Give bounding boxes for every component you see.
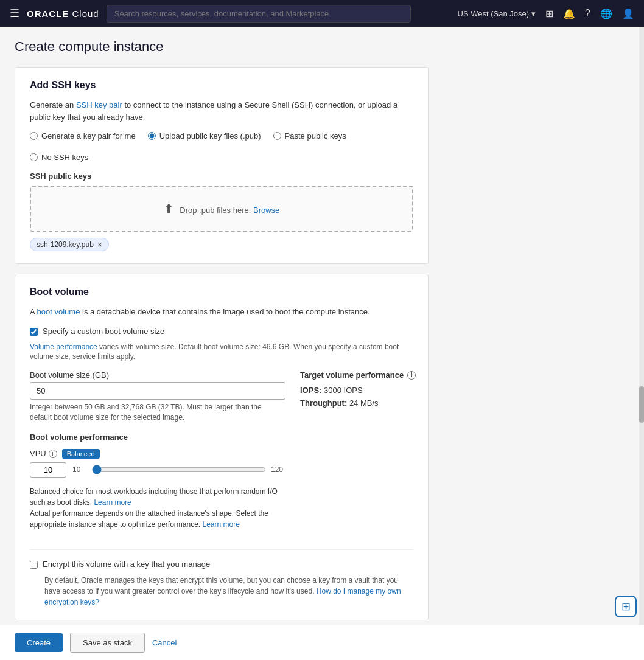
custom-size-checkbox[interactable] [30, 328, 38, 336]
ssh-keys-card: Add SSH keys Generate an SSH key pair to… [15, 67, 429, 264]
user-icon[interactable]: 👤 [622, 8, 634, 19]
oracle-logo: ORACLE Cloud [27, 9, 99, 19]
encrypt-description: By default, Oracle manages the keys that… [44, 575, 413, 608]
slider-min-label: 10 [72, 465, 87, 474]
boot-volume-description: A boot volume is a detachable device tha… [30, 306, 413, 318]
boot-volume-size-input[interactable] [30, 382, 285, 400]
upload-cloud-icon: ⬆ [164, 202, 174, 215]
boot-volume-card: Boot volume A boot volume is a detachabl… [15, 274, 429, 620]
vpu-slider[interactable] [92, 465, 266, 474]
radio-generate-key-input[interactable] [30, 132, 38, 140]
top-navigation: ☰ ORACLE Cloud US West (San Jose) ▾ ⊞ 🔔 … [0, 0, 644, 27]
help-widget[interactable]: ⊞ [615, 596, 637, 617]
radio-upload-key[interactable]: Upload public key files (.pub) [148, 131, 261, 141]
learn-more-1-link[interactable]: Learn more [94, 498, 131, 507]
nav-right: US West (San Jose) ▾ ⊞ 🔔 ? 🌐 👤 [458, 8, 634, 19]
create-button[interactable]: Create [15, 633, 63, 652]
encrypt-section: Encrypt this volume with a key that you … [30, 549, 413, 608]
browse-link[interactable]: Browse [253, 206, 279, 215]
ssh-public-keys-label: SSH public keys [30, 172, 413, 181]
volume-performance-note: Volume performance varies with volume si… [30, 342, 413, 363]
globe-icon[interactable]: 🌐 [600, 8, 612, 19]
vpu-info-icon[interactable]: i [49, 450, 57, 458]
boot-volume-size-note: Integer between 50 GB and 32,768 GB (32 … [30, 402, 285, 423]
ssh-radio-group: Generate a key pair for me Upload public… [30, 131, 413, 162]
help-widget-icon: ⊞ [621, 600, 631, 613]
bell-icon[interactable]: 🔔 [563, 8, 575, 19]
boot-volume-performance-label: Boot volume performance [30, 432, 285, 442]
help-icon[interactable]: ? [585, 8, 590, 19]
region-selector[interactable]: US West (San Jose) ▾ [458, 9, 536, 18]
volume-performance-link[interactable]: Volume performance [30, 342, 97, 351]
action-bar: Create Save as stack Cancel [0, 625, 644, 660]
perf-right: Target volume performance i IOPS: 3000 I… [300, 370, 422, 540]
encrypt-row: Encrypt this volume with a key that you … [30, 560, 413, 569]
slider-row: 10 120 [30, 462, 285, 478]
radio-paste-key-input[interactable] [273, 132, 281, 140]
slider-max-label: 120 [271, 465, 285, 474]
search-input[interactable] [107, 5, 411, 23]
boot-volume-performance-group: Boot volume performance VPU i Balanced 1… [30, 432, 285, 530]
scrollbar-track [639, 27, 644, 626]
learn-more-2-link[interactable]: Learn more [203, 520, 240, 529]
radio-paste-key[interactable]: Paste public keys [273, 131, 346, 141]
perf-left: Boot volume size (GB) Integer between 50… [30, 370, 285, 540]
boot-volume-size-group: Boot volume size (GB) Integer between 50… [30, 370, 285, 423]
remove-file-icon[interactable]: × [97, 240, 102, 249]
vpu-label: VPU i [30, 449, 57, 458]
drop-zone[interactable]: ⬆ Drop .pub files here. Browse [30, 186, 413, 232]
file-tag: ssh-1209.key.pub × [30, 238, 109, 251]
iops-stat: IOPS: 3000 IOPS [300, 386, 422, 395]
radio-no-key-input[interactable] [30, 153, 38, 161]
vpu-input[interactable] [30, 462, 66, 478]
slider-container: 10 120 [72, 465, 285, 474]
scrollbar-thumb[interactable] [639, 386, 644, 423]
target-perf-info-icon[interactable]: i [407, 371, 416, 380]
hamburger-menu-icon[interactable]: ☰ [10, 7, 19, 20]
balanced-badge: Balanced [62, 449, 100, 459]
ssh-key-pair-link[interactable]: SSH key pair [76, 100, 122, 109]
chevron-down-icon: ▾ [531, 9, 536, 18]
target-perf-title: Target volume performance i [300, 370, 422, 380]
page-title: Create compute instance [15, 39, 629, 55]
throughput-stat: Throughput: 24 MB/s [300, 398, 422, 408]
vpu-row: VPU i Balanced [30, 449, 285, 459]
radio-upload-key-input[interactable] [148, 132, 156, 140]
boot-volume-title: Boot volume [30, 287, 413, 297]
radio-no-key[interactable]: No SSH keys [30, 153, 88, 162]
save-as-stack-button[interactable]: Save as stack [70, 633, 145, 653]
perf-notes: Balanced choice for most workloads inclu… [30, 486, 285, 530]
boot-volume-link[interactable]: boot volume [37, 307, 80, 316]
custom-size-row: Specify a custom boot volume size [30, 327, 413, 336]
radio-generate-key[interactable]: Generate a key pair for me [30, 131, 136, 141]
encrypt-checkbox[interactable] [30, 561, 38, 569]
boot-volume-size-label: Boot volume size (GB) [30, 370, 285, 380]
custom-size-label: Specify a custom boot volume size [43, 327, 164, 336]
perf-two-col: Boot volume size (GB) Integer between 50… [30, 370, 413, 540]
ssh-section-title: Add SSH keys [30, 80, 413, 91]
cancel-button[interactable]: Cancel [152, 633, 177, 652]
encrypt-label: Encrypt this volume with a key that you … [43, 560, 210, 569]
ssh-description: Generate an SSH key pair to connect to t… [30, 99, 413, 123]
grid-icon[interactable]: ⊞ [545, 8, 553, 19]
